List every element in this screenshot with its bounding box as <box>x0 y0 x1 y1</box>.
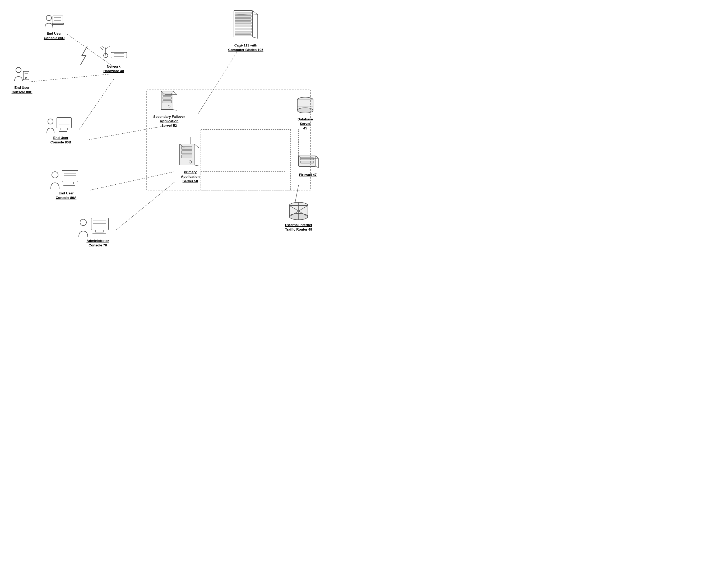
user-laptop-icon-80d <box>43 13 65 30</box>
secondary-server-icon <box>156 90 182 113</box>
svg-rect-13 <box>53 16 63 23</box>
svg-rect-14 <box>52 23 63 25</box>
svg-rect-39 <box>62 170 78 182</box>
cage-icon <box>229 8 263 42</box>
cage-113: Cage 113 withComputer Blades 105 <box>219 8 272 52</box>
diagram-container: End UserConsole 80D End UserConsole 80C <box>0 0 364 288</box>
firewall-47-label: Firewall 47 <box>299 173 317 177</box>
database-45-label: DatabaseServer45 <box>298 117 313 131</box>
svg-rect-57 <box>235 22 251 24</box>
svg-rect-60 <box>235 31 251 33</box>
admin-console-70: AdministratorConsole 70 <box>74 216 122 248</box>
primary-app-50-label: PrimaryApplicationServer 50 <box>181 170 200 183</box>
svg-rect-59 <box>235 28 251 30</box>
svg-point-18 <box>16 67 21 73</box>
database-45: DatabaseServer45 <box>286 95 325 131</box>
svg-rect-73 <box>181 155 192 158</box>
end-user-80d-label: End UserConsole 80D <box>44 31 65 40</box>
end-user-80a-label: End UserConsole 80A <box>56 191 77 200</box>
svg-rect-83 <box>300 158 314 160</box>
user-monitor-icon-80b <box>46 116 75 135</box>
end-user-80c: End UserConsole 80C <box>5 66 39 95</box>
svg-rect-72 <box>181 150 192 154</box>
end-user-80d: End UserConsole 80D <box>37 13 71 40</box>
lightning-bolt <box>77 45 93 67</box>
firewall-47: Firewall 47 <box>288 153 328 177</box>
svg-point-79 <box>297 108 313 113</box>
svg-point-38 <box>48 119 53 124</box>
svg-rect-46 <box>91 218 108 230</box>
network-hardware-40-label: NetworkHardware 40 <box>103 64 124 73</box>
user-monitor-icon-80a <box>50 169 82 190</box>
svg-rect-47 <box>95 230 103 232</box>
ext-internet-49-label: External InternetTraffic Router 49 <box>285 223 312 232</box>
network-hardware-icon <box>98 45 130 63</box>
svg-rect-19 <box>23 71 29 80</box>
ext-internet-49: External InternetTraffic Router 49 <box>272 201 325 232</box>
secondary-app-52-label: Secondary FailoverApplicationServer 52 <box>153 115 185 128</box>
primary-app-50: PrimaryApplicationServer 50 <box>166 143 214 183</box>
svg-line-5 <box>116 182 174 230</box>
svg-line-2 <box>79 79 113 129</box>
svg-rect-65 <box>163 97 171 99</box>
svg-rect-40 <box>66 182 73 184</box>
globe-router-icon <box>286 201 312 222</box>
svg-rect-32 <box>57 117 71 128</box>
end-user-80b: End UserConsole 80B <box>41 116 80 145</box>
svg-rect-58 <box>235 25 251 27</box>
svg-rect-54 <box>235 12 251 14</box>
svg-rect-33 <box>61 128 67 130</box>
secondary-app-52: Secondary FailoverApplicationServer 52 <box>145 90 193 128</box>
svg-rect-56 <box>235 19 251 21</box>
user-device-icon-80c <box>13 66 31 84</box>
end-user-80c-label: End UserConsole 80C <box>12 86 33 95</box>
svg-rect-8 <box>201 129 291 190</box>
firewall-icon <box>296 153 320 172</box>
lightning-icon <box>77 45 93 66</box>
svg-rect-55 <box>235 15 251 18</box>
end-user-80a: End UserConsole 80A <box>45 169 87 200</box>
svg-point-12 <box>46 15 52 21</box>
network-hardware-40: NetworkHardware 40 <box>95 45 132 73</box>
end-user-80b-label: End UserConsole 80B <box>51 136 71 145</box>
svg-point-22 <box>25 77 27 79</box>
svg-point-45 <box>52 172 58 178</box>
svg-line-1 <box>29 74 111 82</box>
svg-rect-84 <box>300 161 314 163</box>
svg-line-25 <box>102 46 106 49</box>
admin-console-70-label: AdministratorConsole 70 <box>87 239 109 248</box>
svg-line-24 <box>100 47 103 50</box>
primary-server-icon <box>176 143 205 169</box>
svg-line-7 <box>198 42 243 113</box>
svg-line-4 <box>90 172 174 190</box>
cage-113-label: Cage 113 withComputer Blades 105 <box>228 43 263 52</box>
svg-line-26 <box>106 46 110 49</box>
svg-rect-28 <box>111 52 127 58</box>
database-icon <box>295 95 316 116</box>
admin-console-icon <box>78 216 118 238</box>
svg-point-52 <box>80 219 87 226</box>
svg-rect-61 <box>235 34 251 36</box>
svg-rect-66 <box>163 100 171 103</box>
